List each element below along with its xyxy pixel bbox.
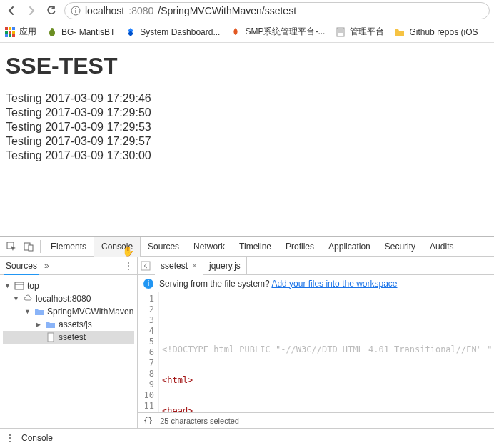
svg-rect-10	[9, 34, 11, 37]
drawer-tab-console[interactable]: Console	[21, 433, 53, 443]
file-tab-label: ssetest	[161, 261, 188, 271]
file-tab-jquery[interactable]: jquery.js	[203, 257, 247, 275]
tab-security[interactable]: Security	[378, 237, 423, 257]
svg-rect-19	[29, 245, 33, 251]
bookmarks-bar: 应用 BG- MantisBT System Dashboard... SMP系…	[0, 21, 494, 43]
tree-top[interactable]: ▼ top	[3, 279, 134, 292]
file-tab-ssetest[interactable]: ssetest ×	[155, 257, 203, 275]
file-icon	[335, 26, 346, 38]
info-bar: i Serving from the file system? Add your…	[138, 275, 494, 292]
tab-sources[interactable]: Sources	[141, 237, 186, 257]
svg-rect-7	[9, 31, 11, 34]
chevron-down-icon: ▼	[13, 295, 20, 302]
tab-profiles[interactable]: Profiles	[278, 237, 321, 257]
info-icon	[71, 6, 81, 16]
arrow-right-icon	[26, 5, 37, 16]
tree-host[interactable]: ▼ localhost:8080	[3, 292, 134, 305]
svg-rect-8	[12, 31, 15, 34]
tab-elements[interactable]: Elements	[44, 237, 94, 257]
log-line: Testing 2017-03-09 17:29:53	[6, 121, 488, 134]
tree-label: top	[27, 281, 39, 291]
url-host: localhost	[85, 5, 124, 16]
devtools: Elements Console ✋ Sources Network Timel…	[0, 236, 494, 447]
url-bar[interactable]: localhost:8080/SpringMVCWithMaven/ssetes…	[64, 2, 490, 19]
bookmark-label: SMP系统管理平台-...	[245, 26, 325, 38]
kebab-menu-icon[interactable]: ⋮	[6, 433, 14, 443]
chevron-down-icon: ▼	[4, 282, 11, 289]
sources-main: ssetest × jquery.js i Serving from the f…	[138, 257, 494, 428]
selection-info: 25 characters selected	[160, 417, 239, 425]
tab-application[interactable]: Application	[321, 237, 378, 257]
bookmark-label: BG- MantisBT	[61, 27, 115, 37]
drawer: ⋮ Console	[0, 428, 494, 447]
forward-button[interactable]	[24, 4, 39, 18]
code-lines: <!DOCTYPE html PUBLIC "-//W3C//DTD HTML …	[159, 292, 494, 412]
code-editor[interactable]: 1 2 3 4 5 6 7 8 9 10 11 <!DOCTYPE html P…	[138, 292, 494, 412]
info-text: Serving from the file system? Add your f…	[159, 279, 398, 289]
svg-rect-2	[75, 10, 76, 13]
svg-rect-6	[5, 31, 8, 34]
reload-icon	[46, 5, 57, 16]
file-icon	[46, 332, 56, 342]
bookmark-item[interactable]: SMP系统管理平台-...	[230, 26, 325, 38]
tab-audits[interactable]: Audits	[423, 237, 460, 257]
inspect-icon	[6, 242, 16, 252]
tree-subfolder[interactable]: ▶ assets/js	[3, 318, 134, 331]
bug-icon	[46, 26, 58, 38]
kebab-menu-icon[interactable]: ⋮	[124, 261, 133, 271]
log-line: Testing 2017-03-09 17:29:57	[6, 135, 488, 148]
tree-label: ssetest	[59, 332, 86, 342]
chevron-right-icon: ▶	[36, 321, 43, 328]
tree-file[interactable]: ssetest	[3, 331, 134, 344]
close-icon[interactable]: ×	[192, 261, 197, 271]
tree-folder[interactable]: ▼ SpringMVCWithMaven	[3, 305, 134, 318]
tab-network[interactable]: Network	[186, 237, 232, 257]
file-tab-label: jquery.js	[209, 261, 241, 271]
device-button[interactable]	[20, 242, 37, 252]
browser-toolbar: localhost:8080/SpringMVCWithMaven/ssetes…	[0, 0, 494, 21]
file-tree: ▼ top ▼ localhost:8080 ▼ SpringMVCWithMa…	[0, 275, 137, 348]
tab-console[interactable]: Console ✋	[94, 237, 141, 257]
line-gutter: 1 2 3 4 5 6 7 8 9 10 11	[138, 292, 159, 412]
tab-sources-nav[interactable]: Sources	[4, 257, 39, 275]
devtools-tabs: Elements Console ✋ Sources Network Timel…	[0, 237, 494, 257]
divider	[40, 240, 41, 253]
jira-icon	[125, 26, 136, 38]
svg-rect-11	[12, 34, 15, 37]
inspect-button[interactable]	[3, 242, 20, 252]
url-port: :8080	[128, 5, 153, 16]
more-tabs[interactable]: »	[44, 261, 49, 271]
log-line: Testing 2017-03-09 17:30:00	[6, 149, 488, 162]
sidebar-tabs: Sources » ⋮	[0, 257, 137, 275]
svg-point-13	[51, 28, 54, 31]
page-content: SSE-TEST Testing 2017-03-09 17:29:46 Tes…	[0, 43, 494, 236]
reload-button[interactable]	[44, 4, 59, 18]
apps-button[interactable]: 应用	[4, 26, 36, 38]
svg-rect-23	[141, 262, 150, 270]
file-tabs: ssetest × jquery.js	[138, 257, 494, 275]
editor-status-bar: {} 25 characters selected	[138, 412, 494, 428]
svg-rect-22	[48, 333, 54, 342]
device-icon	[24, 242, 34, 252]
back-button[interactable]	[4, 4, 19, 18]
tab-timeline[interactable]: Timeline	[232, 237, 278, 257]
log-line: Testing 2017-03-09 17:29:50	[6, 106, 488, 119]
info-link[interactable]: Add your files into the workspace	[271, 279, 397, 289]
cloud-icon	[23, 294, 33, 304]
svg-rect-9	[5, 34, 8, 37]
file-nav[interactable]	[141, 261, 155, 271]
pretty-print-button[interactable]: {}	[143, 416, 153, 425]
bookmark-item[interactable]: 管理平台	[335, 26, 384, 38]
folder-icon	[394, 26, 405, 38]
bookmark-label: System Dashboard...	[140, 27, 220, 37]
svg-rect-3	[5, 27, 8, 30]
bookmark-item[interactable]: System Dashboard...	[125, 26, 220, 38]
bookmark-item[interactable]: BG- MantisBT	[46, 26, 115, 38]
cursor-icon: ✋	[122, 241, 134, 261]
folder-icon	[46, 319, 56, 329]
tree-label: SpringMVCWithMaven	[47, 307, 133, 317]
bookmark-item[interactable]: Github repos (iOS	[394, 26, 478, 38]
folder-icon	[34, 307, 44, 317]
tree-label: localhost:8080	[36, 294, 91, 304]
arrow-left-icon	[6, 5, 17, 16]
